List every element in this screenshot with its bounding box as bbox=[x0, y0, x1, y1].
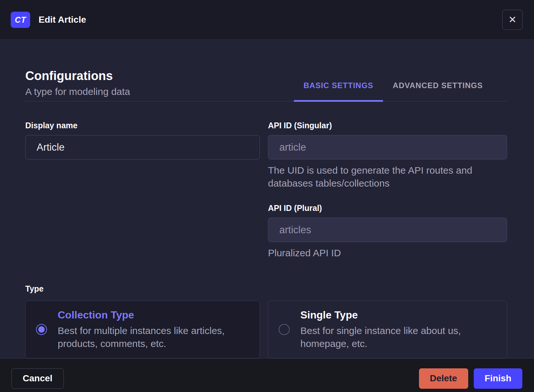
type-label: Type bbox=[25, 284, 507, 294]
finish-button[interactable]: Finish bbox=[474, 368, 522, 389]
page-subtitle: A type for modeling data bbox=[25, 86, 130, 97]
cancel-button[interactable]: Cancel bbox=[11, 368, 64, 389]
radio-unselected-icon[interactable] bbox=[279, 324, 290, 335]
single-type-description: Best for single instance like about us, … bbox=[300, 324, 496, 350]
modal-body: Configurations A type for modeling data … bbox=[0, 40, 534, 358]
content-type-badge-icon: CT bbox=[11, 12, 30, 28]
collection-type-title: Collection Type bbox=[58, 309, 249, 321]
type-option-collection[interactable]: Collection Type Best for multiple instan… bbox=[25, 301, 260, 358]
form-column-left: Display name bbox=[25, 121, 260, 259]
api-id-plural-label: API ID (Plural) bbox=[268, 203, 507, 213]
radio-selected-icon[interactable] bbox=[36, 324, 47, 335]
edit-content-type-modal: CT Edit Article ✕ Configurations A type … bbox=[0, 0, 534, 392]
section-titles: Configurations A type for modeling data bbox=[25, 69, 130, 101]
page-title: Configurations bbox=[25, 69, 130, 83]
modal-title: Edit Article bbox=[39, 15, 86, 25]
footer-actions: Delete Finish bbox=[419, 368, 523, 389]
single-type-text: Single Type Best for single instance lik… bbox=[300, 309, 496, 350]
display-name-field: Display name bbox=[25, 121, 260, 159]
modal-header: CT Edit Article ✕ bbox=[0, 0, 534, 40]
type-cards: Collection Type Best for multiple instan… bbox=[25, 301, 507, 358]
display-name-input[interactable] bbox=[25, 135, 260, 159]
form-grid: Display name API ID (Singular) The UID i… bbox=[25, 121, 507, 259]
display-name-label: Display name bbox=[25, 121, 260, 130]
section-header: Configurations A type for modeling data … bbox=[25, 69, 507, 101]
api-id-singular-help: The UID is used to generate the API rout… bbox=[268, 164, 488, 190]
tab-basic-settings[interactable]: BASIC SETTINGS bbox=[294, 81, 383, 101]
form-column-right: API ID (Singular) The UID is used to gen… bbox=[268, 121, 507, 259]
modal-header-left: CT Edit Article bbox=[11, 12, 86, 28]
collection-type-text: Collection Type Best for multiple instan… bbox=[58, 309, 249, 350]
settings-tabs: BASIC SETTINGS ADVANCED SETTINGS bbox=[294, 81, 507, 101]
modal-footer: Cancel Delete Finish bbox=[0, 358, 534, 392]
delete-button[interactable]: Delete bbox=[419, 368, 468, 389]
type-option-single[interactable]: Single Type Best for single instance lik… bbox=[268, 301, 507, 358]
close-button[interactable]: ✕ bbox=[502, 10, 523, 30]
collection-type-description: Best for multiple instances like article… bbox=[58, 324, 249, 350]
tab-advanced-settings[interactable]: ADVANCED SETTINGS bbox=[383, 81, 493, 101]
api-id-plural-input[interactable] bbox=[268, 218, 507, 242]
api-id-plural-field: API ID (Plural) Pluralized API ID bbox=[268, 203, 507, 259]
close-icon: ✕ bbox=[508, 15, 517, 25]
single-type-title: Single Type bbox=[300, 309, 496, 321]
type-section: Type Collection Type Best for multiple i… bbox=[25, 284, 507, 358]
api-id-singular-field: API ID (Singular) The UID is used to gen… bbox=[268, 121, 507, 190]
api-id-singular-input[interactable] bbox=[268, 135, 507, 159]
api-id-plural-help: Pluralized API ID bbox=[268, 247, 488, 259]
api-id-singular-label: API ID (Singular) bbox=[268, 121, 507, 130]
